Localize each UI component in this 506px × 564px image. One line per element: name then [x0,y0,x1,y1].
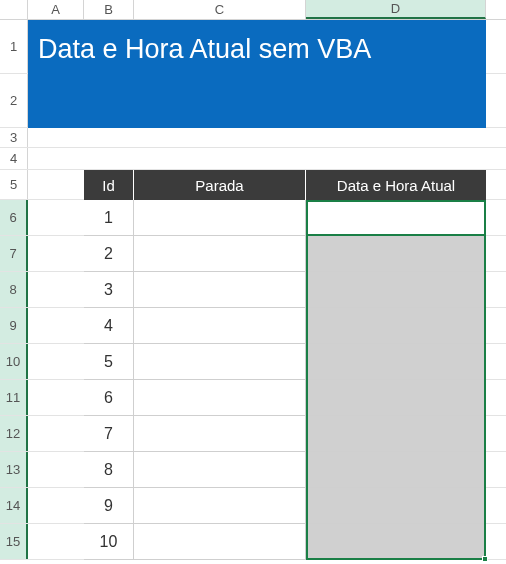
row-header-4[interactable]: 4 [0,148,28,169]
row-header-7[interactable]: 7 [0,236,28,271]
cell-parada[interactable] [134,200,306,236]
cell-id[interactable]: 4 [84,308,134,344]
table-row: 8 [84,452,486,488]
row-header-9[interactable]: 9 [0,308,28,343]
cell-datahora[interactable] [306,344,486,380]
cell-datahora[interactable] [306,524,486,560]
spreadsheet[interactable]: A B C D 1 2 3 4 5 6 7 8 9 10 11 12 13 14… [0,0,506,564]
cell-parada[interactable] [134,236,306,272]
col-header-c[interactable]: C [134,0,306,19]
cell-datahora[interactable] [306,308,486,344]
select-all-corner[interactable] [0,0,28,19]
col-header-d[interactable]: D [306,0,486,19]
cell-datahora[interactable] [306,272,486,308]
table-header-parada[interactable]: Parada [134,170,306,200]
cell-parada[interactable] [134,452,306,488]
cell-parada[interactable] [134,308,306,344]
row-header-3[interactable]: 3 [0,128,28,147]
cell-parada[interactable] [134,272,306,308]
row-header-1[interactable]: 1 [0,20,28,73]
cell-id[interactable]: 6 [84,380,134,416]
row-header-8[interactable]: 8 [0,272,28,307]
cell-id[interactable]: 8 [84,452,134,488]
cell-datahora[interactable] [306,452,486,488]
cell-datahora[interactable] [306,236,486,272]
cell-id[interactable]: 3 [84,272,134,308]
row-header-5[interactable]: 5 [0,170,28,199]
row-header-15[interactable]: 15 [0,524,28,559]
cell-parada[interactable] [134,416,306,452]
table-row: 6 [84,380,486,416]
cell-id[interactable]: 9 [84,488,134,524]
table-row: 5 [84,344,486,380]
cell-datahora[interactable] [306,416,486,452]
cell-parada[interactable] [134,380,306,416]
data-table: Id Parada Data e Hora Atual 1 2 3 4 5 [84,170,486,560]
cell-datahora[interactable] [306,488,486,524]
title-text: Data e Hora Atual sem VBA [38,34,371,65]
row-header-12[interactable]: 12 [0,416,28,451]
table-row: 7 [84,416,486,452]
cell-id[interactable]: 10 [84,524,134,560]
table-row: 4 [84,308,486,344]
table-row: 2 [84,236,486,272]
row-header-11[interactable]: 11 [0,380,28,415]
row-header-2[interactable]: 2 [0,74,28,127]
table-row: 1 [84,200,486,236]
cell-id[interactable]: 1 [84,200,134,236]
cell-parada[interactable] [134,344,306,380]
table-header-id[interactable]: Id [84,170,134,200]
table-row: 9 [84,488,486,524]
fill-handle[interactable] [482,556,488,562]
cell-id[interactable]: 5 [84,344,134,380]
cell-parada[interactable] [134,524,306,560]
row-header-6[interactable]: 6 [0,200,28,235]
cell-parada[interactable] [134,488,306,524]
row-header-10[interactable]: 10 [0,344,28,379]
cell-id[interactable]: 7 [84,416,134,452]
table-header-row: Id Parada Data e Hora Atual [84,170,486,200]
column-headers: A B C D [0,0,506,20]
table-header-datahora[interactable]: Data e Hora Atual [306,170,486,200]
cell-datahora[interactable] [306,200,486,236]
col-header-a[interactable]: A [28,0,84,19]
cell-id[interactable]: 2 [84,236,134,272]
col-header-b[interactable]: B [84,0,134,19]
title-banner: Data e Hora Atual sem VBA [28,20,486,128]
row-header-14[interactable]: 14 [0,488,28,523]
table-row: 3 [84,272,486,308]
cell-datahora[interactable] [306,380,486,416]
table-row: 10 [84,524,486,560]
row-header-13[interactable]: 13 [0,452,28,487]
